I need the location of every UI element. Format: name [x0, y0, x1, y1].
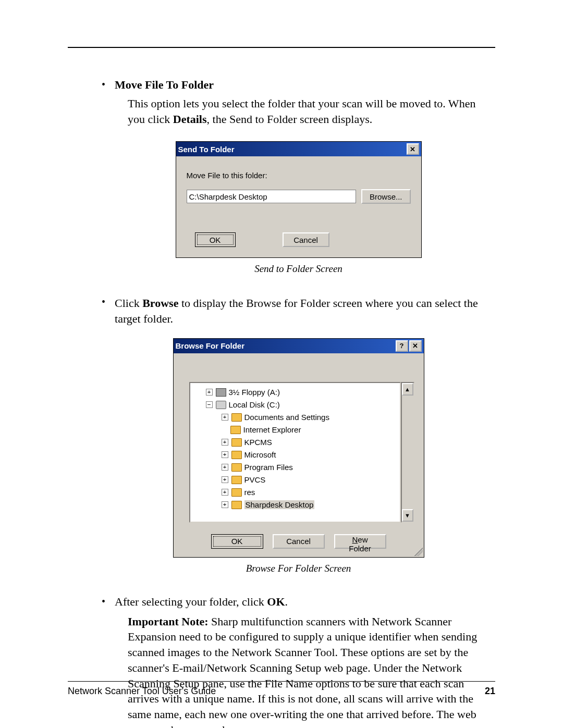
dialog-body: Move File to this folder: Browse... OK C… [176, 156, 421, 257]
tree-label-selected: Sharpdesk Desktop [244, 500, 315, 509]
folder-icon [231, 413, 242, 422]
close-icon[interactable]: ✕ [409, 340, 422, 352]
folder-path-input[interactable] [187, 190, 356, 203]
bullet-dot: • [102, 78, 105, 92]
tree-scrollbar[interactable]: ▲ ▼ [401, 382, 414, 523]
tree-item-microsoft[interactable]: + Microsoft [192, 449, 398, 461]
tree-container: + 3½ Floppy (A:) − Local Disk (C:) + Doc… [189, 382, 414, 523]
tree-label: PVCS [244, 475, 266, 484]
close-icon[interactable]: ✕ [407, 143, 419, 155]
tree-item-localdisk[interactable]: − Local Disk (C:) [192, 399, 398, 411]
expand-icon[interactable]: + [222, 476, 228, 483]
tree-label: KPCMS [244, 438, 272, 447]
folder-icon [231, 438, 242, 447]
help-icon[interactable]: ? [396, 340, 408, 352]
dialog-button-row: OK Cancel [187, 232, 411, 247]
b2-a: Click [115, 297, 142, 310]
expand-icon[interactable]: + [222, 489, 228, 496]
bullet-2: • Click Browse to display the Browse for… [102, 295, 495, 326]
ok-button[interactable]: OK [211, 534, 263, 549]
move-file-label: Move File to this folder: [187, 171, 411, 180]
tree-item-res[interactable]: + res [192, 486, 398, 499]
ok-button[interactable]: OK [195, 232, 236, 247]
tree-item-sharpdesk[interactable]: + Sharpdesk Desktop [192, 499, 398, 511]
tree-label: res [244, 488, 255, 497]
tree-item-programfiles[interactable]: + Program Files [192, 461, 398, 474]
folder-icon [231, 476, 242, 484]
expand-icon[interactable]: + [222, 501, 228, 508]
note-text: Sharp multifunction scanners with Networ… [128, 615, 477, 728]
para1-c: , the Send to Folder screen displays. [207, 113, 373, 126]
caption-1: Send to Folder Screen [102, 263, 495, 275]
bullet-3: • After selecting your folder, click OK. [102, 595, 495, 609]
collapse-icon[interactable]: − [206, 401, 213, 408]
scroll-up-icon[interactable]: ▲ [402, 383, 413, 396]
b3-a: After selecting your folder, click [115, 595, 267, 608]
folder-tree[interactable]: + 3½ Floppy (A:) − Local Disk (C:) + Doc… [189, 382, 401, 523]
para1-b: Details [173, 113, 207, 126]
tree-item-ie[interactable]: Internet Explorer [192, 424, 398, 436]
titlebar-buttons: ? ✕ [396, 340, 422, 352]
caption-2: Browse For Folder Screen [102, 563, 495, 574]
folder-icon [231, 463, 242, 472]
expand-icon[interactable]: + [206, 389, 213, 396]
important-note: Important Note: Sharp multifunction scan… [128, 614, 495, 728]
drive-icon [216, 401, 226, 409]
expand-icon[interactable]: + [222, 464, 228, 471]
paragraph-1: This option lets you select the folder t… [128, 96, 495, 127]
dialog-title: Send To Folder [178, 145, 235, 154]
dialog-titlebar: Browse For Folder ? ✕ [174, 339, 424, 353]
dialog-button-row: OK Cancel New Folder [174, 528, 424, 557]
folder-icon [231, 501, 242, 509]
tree-label: Microsoft [244, 450, 276, 459]
b3-c: . [285, 595, 288, 608]
page-number: 21 [485, 686, 495, 697]
dialog-titlebar: Send To Folder ✕ [176, 142, 421, 156]
bullet-3-text: After selecting your folder, click OK. [115, 595, 288, 609]
dialog-title: Browse For Folder [176, 341, 245, 350]
tree-item-docs[interactable]: + Documents and Settings [192, 411, 398, 424]
top-rule [68, 47, 495, 48]
page-content: • Move File To Folder This option lets y… [102, 78, 495, 728]
folder-icon [230, 426, 241, 434]
expand-icon[interactable]: + [222, 451, 228, 458]
expand-icon[interactable]: + [222, 439, 228, 446]
bullet-dot: • [102, 295, 105, 326]
folder-icon [231, 488, 242, 497]
tree-item-floppy[interactable]: + 3½ Floppy (A:) [192, 386, 398, 399]
folder-icon [231, 451, 242, 459]
path-row: Browse... [187, 189, 411, 204]
bullet-1: • Move File To Folder [102, 78, 495, 92]
browse-button[interactable]: Browse... [361, 189, 411, 204]
cancel-button[interactable]: Cancel [283, 232, 329, 247]
bullet-dot: • [102, 595, 105, 609]
new-folder-button[interactable]: New Folder [334, 534, 386, 549]
send-to-folder-dialog: Send To Folder ✕ Move File to this folde… [176, 141, 422, 258]
bullet-1-heading: Move File To Folder [115, 78, 214, 92]
tree-item-kpcms[interactable]: + KPCMS [192, 436, 398, 449]
note-bold: Important Note: [128, 615, 209, 628]
scroll-down-icon[interactable]: ▼ [402, 509, 413, 522]
expand-icon[interactable]: + [222, 414, 228, 421]
no-expand [222, 427, 227, 433]
tree-item-pvcs[interactable]: + PVCS [192, 474, 398, 486]
cancel-button[interactable]: Cancel [273, 534, 325, 549]
tree-label: Local Disk (C:) [229, 400, 280, 409]
tree-label: Internet Explorer [243, 425, 301, 434]
bullet-2-text: Click Browse to display the Browse for F… [115, 295, 495, 326]
footer-title: Network Scanner Tool User's Guide [68, 686, 216, 697]
tree-label: 3½ Floppy (A:) [229, 388, 280, 397]
page-footer: Network Scanner Tool User's Guide 21 [68, 681, 495, 697]
floppy-icon [216, 388, 226, 397]
resize-grip-icon[interactable] [414, 548, 423, 556]
browse-for-folder-dialog: Browse For Folder ? ✕ + 3½ Floppy (A:) −… [173, 338, 424, 558]
b3-b: OK [267, 595, 285, 608]
tree-label: Documents and Settings [244, 413, 329, 422]
b2-b: Browse [142, 297, 178, 310]
tree-label: Program Files [244, 463, 293, 472]
